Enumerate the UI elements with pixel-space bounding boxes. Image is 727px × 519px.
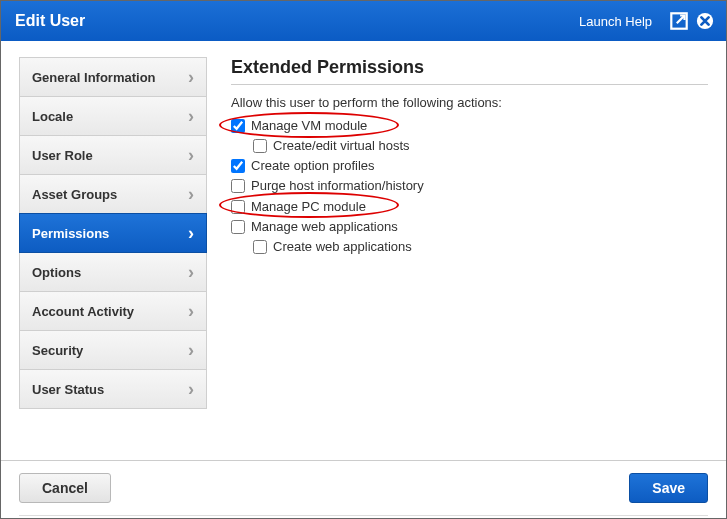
sidebar-item-options[interactable]: Options › — [19, 252, 207, 292]
popout-icon[interactable] — [668, 10, 690, 32]
checkbox-manage-vm-module[interactable] — [231, 119, 245, 133]
section-title: Extended Permissions — [231, 57, 708, 85]
sidebar-item-general-information[interactable]: General Information › — [19, 57, 207, 97]
sidebar-item-label: Account Activity — [32, 304, 134, 319]
save-button[interactable]: Save — [629, 473, 708, 503]
perm-label: Create/edit virtual hosts — [273, 136, 410, 156]
checkbox-purge-host-info[interactable] — [231, 179, 245, 193]
perm-label: Create web applications — [273, 237, 412, 257]
sidebar: General Information › Locale › User Role… — [19, 57, 207, 450]
section-description: Allow this user to perform the following… — [231, 95, 708, 110]
launch-help-link[interactable]: Launch Help — [579, 14, 652, 29]
chevron-right-icon: › — [188, 67, 194, 88]
perm-label: Manage PC module — [251, 197, 366, 217]
chevron-right-icon: › — [188, 262, 194, 283]
chevron-right-icon: › — [188, 184, 194, 205]
sidebar-item-user-status[interactable]: User Status › — [19, 369, 207, 409]
perm-label: Manage VM module — [251, 116, 367, 136]
checkbox-create-web-apps[interactable] — [253, 240, 267, 254]
cancel-button[interactable]: Cancel — [19, 473, 111, 503]
close-icon[interactable] — [694, 10, 716, 32]
checkbox-create-edit-virtual-hosts[interactable] — [253, 139, 267, 153]
sidebar-item-user-role[interactable]: User Role › — [19, 135, 207, 175]
chevron-right-icon: › — [188, 301, 194, 322]
perm-label: Create option profiles — [251, 156, 375, 176]
sidebar-item-account-activity[interactable]: Account Activity › — [19, 291, 207, 331]
sidebar-item-label: Options — [32, 265, 81, 280]
sidebar-item-label: User Status — [32, 382, 104, 397]
dialog-title: Edit User — [15, 12, 85, 30]
checkbox-manage-web-apps[interactable] — [231, 220, 245, 234]
perm-create-web-apps: Create web applications — [231, 237, 708, 257]
chevron-right-icon: › — [188, 106, 194, 127]
perm-label: Purge host information/history — [251, 176, 424, 196]
perm-purge-host-info: Purge host information/history — [231, 176, 708, 196]
perm-create-edit-virtual-hosts: Create/edit virtual hosts — [231, 136, 708, 156]
dialog-body: General Information › Locale › User Role… — [1, 41, 726, 460]
sidebar-item-label: Security — [32, 343, 83, 358]
sidebar-item-label: Locale — [32, 109, 73, 124]
perm-manage-pc-module: Manage PC module — [231, 197, 708, 217]
sidebar-item-label: Asset Groups — [32, 187, 117, 202]
content-panel: Extended Permissions Allow this user to … — [231, 57, 708, 450]
sidebar-item-label: Permissions — [32, 226, 109, 241]
titlebar: Edit User Launch Help — [1, 1, 726, 41]
chevron-right-icon: › — [188, 340, 194, 361]
sidebar-item-label: User Role — [32, 148, 93, 163]
chevron-right-icon: › — [188, 223, 194, 244]
perm-create-option-profiles: Create option profiles — [231, 156, 708, 176]
permissions-list: Manage VM module Create/edit virtual hos… — [231, 116, 708, 257]
sidebar-item-asset-groups[interactable]: Asset Groups › — [19, 174, 207, 214]
chevron-right-icon: › — [188, 145, 194, 166]
perm-manage-vm-module: Manage VM module — [231, 116, 708, 136]
sidebar-item-locale[interactable]: Locale › — [19, 96, 207, 136]
checkbox-create-option-profiles[interactable] — [231, 159, 245, 173]
edit-user-dialog: Edit User Launch Help General Informatio… — [0, 0, 727, 519]
dialog-footer: Cancel Save — [1, 460, 726, 515]
perm-manage-web-apps: Manage web applications — [231, 217, 708, 237]
sidebar-item-permissions[interactable]: Permissions › — [19, 213, 207, 253]
sidebar-item-label: General Information — [32, 70, 156, 85]
sidebar-item-security[interactable]: Security › — [19, 330, 207, 370]
divider — [19, 515, 708, 516]
perm-label: Manage web applications — [251, 217, 398, 237]
checkbox-manage-pc-module[interactable] — [231, 200, 245, 214]
chevron-right-icon: › — [188, 379, 194, 400]
